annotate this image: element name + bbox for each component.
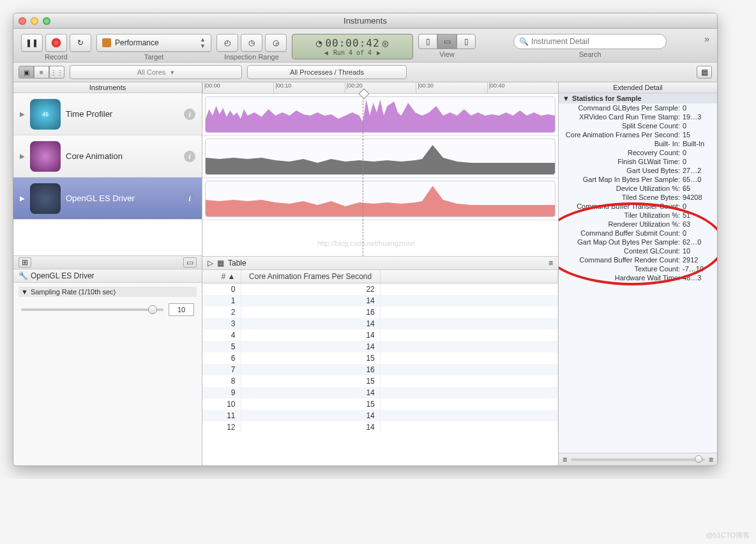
center-column: |00:00 |00:10 |00:20 |00:30 |00:40 — [202, 82, 559, 465]
minimize-button[interactable] — [31, 17, 38, 25]
close-button[interactable] — [19, 17, 26, 25]
info-button[interactable]: i — [184, 109, 195, 120]
table-row[interactable]: 514 — [202, 341, 558, 352]
tracks-area: http://blog.csdn.net/huangznian — [202, 94, 558, 256]
table-row[interactable]: 216 — [202, 306, 558, 318]
cores-filter[interactable]: All Cores▾ — [70, 65, 242, 79]
stat-row: Device Utilization %:65 — [559, 184, 717, 193]
table-row[interactable]: 716 — [202, 364, 558, 375]
detail-selector[interactable]: 🔧 OpenGL ES Driver — [13, 269, 202, 283]
stat-row: Recovery Count:0 — [559, 148, 717, 157]
instrument-core-animation[interactable]: ▶ Core Animation i — [13, 135, 202, 178]
disclosure-icon[interactable]: ▶ — [20, 195, 25, 202]
range-left-button[interactable]: ◴ — [216, 34, 238, 52]
table-row[interactable]: 914 — [202, 387, 558, 398]
target-dropdown[interactable]: Performance ▲▼ — [96, 34, 211, 52]
table-row[interactable]: 1114 — [202, 410, 558, 421]
search-field[interactable]: 🔍 — [513, 34, 667, 49]
slider-thumb[interactable] — [148, 305, 157, 314]
pause-button[interactable]: ❚❚ — [21, 34, 43, 52]
search-icon: 🔍 — [519, 37, 529, 46]
table-row[interactable]: 1214 — [202, 421, 558, 433]
range-clear-button[interactable]: ◷ — [241, 34, 262, 52]
stats-header[interactable]: ▼Statistics for Sample — [559, 93, 717, 103]
prev-run-button[interactable]: ◀ — [324, 49, 328, 56]
stat-row: Gart Map In Bytes Per Sample:65…0 — [559, 175, 717, 184]
instrument-time-profiler[interactable]: ▶ 45 Time Profiler i — [13, 93, 202, 135]
table-row[interactable]: 022 — [202, 283, 558, 296]
toolbar: ❚❚ ↻ Record Performance ▲▼ Target ◴ ◷ ◶ … — [13, 29, 717, 63]
disclosure-icon[interactable]: ▶ — [20, 110, 25, 117]
track-opengl[interactable] — [202, 178, 558, 220]
clock-icon: ◴ — [224, 38, 231, 47]
table-row[interactable]: 414 — [202, 329, 558, 341]
record-label: Record — [45, 53, 67, 61]
playhead[interactable] — [363, 94, 363, 256]
sampling-panel: ▼Sampling Rate (1/10th sec) 10 — [13, 283, 202, 465]
instrument-opengl-es-driver[interactable]: ▶ OpenGL ES Driver i — [13, 178, 202, 220]
view-right-button[interactable]: ▯ — [457, 34, 476, 49]
overflow-button[interactable]: » — [704, 34, 709, 44]
tool-icon: 🔧 — [19, 271, 28, 280]
titlebar[interactable]: Instruments — [13, 13, 717, 29]
watermark-url: http://blog.csdn.net/huangznian — [317, 239, 415, 247]
stats-list: Command GLBytes Per Sample:0XRVideo Card… — [559, 103, 717, 453]
disclosure-icon[interactable]: ▷ — [208, 259, 213, 268]
strategy-3[interactable]: ⋮⋮ — [49, 66, 64, 79]
info-button[interactable]: i — [184, 151, 195, 162]
search-label: Search — [579, 50, 601, 58]
stat-row: Gart Used Bytes:27…2 — [559, 166, 717, 175]
pause-icon: ❚❚ — [26, 38, 38, 47]
next-run-button[interactable]: ▶ — [377, 49, 381, 56]
track-footer: ⊞ ▭ — [13, 255, 202, 269]
data-table: # ▲ Core Animation Frames Per Second 022… — [202, 270, 558, 433]
stat-row: Command Buffer Render Count:2912 — [559, 255, 717, 264]
time-profiler-icon: 45 — [30, 99, 61, 130]
loop-button[interactable]: ↻ — [70, 34, 91, 52]
track-time-profiler[interactable] — [202, 94, 558, 136]
sampling-value[interactable]: 10 — [169, 303, 194, 316]
track-core-animation[interactable] — [202, 136, 558, 178]
color-legend-button[interactable]: ▦ — [697, 66, 712, 79]
col-fps[interactable]: Core Animation Frames Per Second — [241, 270, 380, 283]
slider-thumb[interactable] — [695, 455, 702, 463]
info-button[interactable]: i — [184, 193, 195, 204]
list-icon[interactable]: ≡ — [709, 455, 713, 464]
stat-row: Finish GLWait Time:0 — [559, 157, 717, 166]
table-row[interactable]: 1015 — [202, 398, 558, 410]
zoom-button[interactable] — [43, 17, 50, 25]
col-index[interactable]: # ▲ — [202, 270, 241, 283]
stat-row: Hardware Wait Time:48…3 — [559, 273, 717, 282]
record-button[interactable] — [45, 34, 67, 52]
window-title: Instruments — [13, 16, 717, 26]
stat-row: Renderer Utilization %:63 — [559, 220, 717, 229]
disclosure-icon[interactable]: ▶ — [20, 153, 25, 160]
view-left-button[interactable]: ▯ — [418, 34, 437, 49]
table-row[interactable]: 815 — [202, 375, 558, 387]
record-icon — [52, 38, 61, 47]
graph-icon[interactable]: ⊞ — [19, 257, 31, 268]
sampling-slider[interactable] — [21, 308, 163, 311]
range-right-button[interactable]: ◶ — [265, 34, 287, 52]
table-row[interactable]: 314 — [202, 318, 558, 329]
stat-row: Command GLBytes Per Sample:0 — [559, 103, 717, 112]
sampling-heading[interactable]: ▼Sampling Rate (1/10th sec) — [19, 287, 197, 297]
data-table-wrap[interactable]: # ▲ Core Animation Frames Per Second 022… — [202, 270, 558, 465]
opengl-icon — [30, 183, 61, 214]
threads-filter[interactable]: All Processes / Threads — [247, 65, 407, 79]
view-center-button[interactable]: ▭ — [437, 34, 457, 49]
add-button[interactable]: ▭ — [183, 257, 197, 268]
zoom-slider[interactable] — [571, 458, 705, 461]
stat-row: Tiled Scene Bytes:94208 — [559, 193, 717, 202]
strategy-2[interactable]: ≡ — [34, 66, 49, 79]
strategy-1[interactable]: ▣ — [19, 66, 34, 79]
list-icon[interactable]: ≡ — [563, 455, 567, 464]
table-row[interactable]: 615 — [202, 352, 558, 364]
stat-row: Core Animation Frames Per Second:15 — [559, 130, 717, 139]
instruments-list: ▶ 45 Time Profiler i ▶ Core Animation i … — [13, 93, 202, 220]
table-row[interactable]: 114 — [202, 295, 558, 306]
stat-row: Gart Map Out Bytes Per Sample:62…0 — [559, 238, 717, 246]
menu-icon[interactable]: ≡ — [548, 259, 553, 268]
timeline-ruler[interactable]: |00:00 |00:10 |00:20 |00:30 |00:40 — [202, 82, 558, 94]
search-input[interactable] — [531, 37, 661, 46]
